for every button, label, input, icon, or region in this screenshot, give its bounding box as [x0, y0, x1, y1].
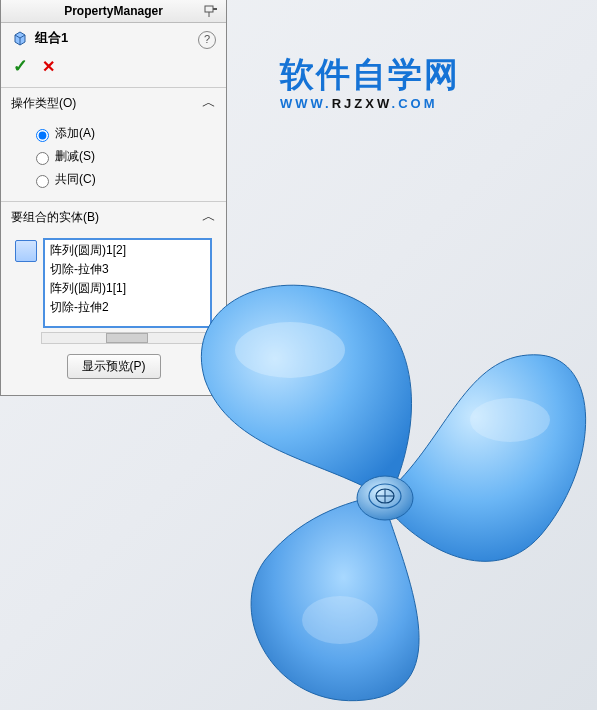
cancel-button[interactable]: ✕	[42, 57, 55, 76]
operation-type-body: 添加(A) 删减(S) 共同(C)	[1, 118, 226, 201]
bodies-header[interactable]: 要组合的实体(B) ︿	[1, 202, 226, 232]
op-subtract-input[interactable]	[36, 152, 49, 165]
svg-point-11	[470, 398, 550, 442]
combine-feature-icon	[11, 29, 29, 47]
op-common-label: 共同(C)	[55, 171, 96, 188]
operation-type-group: 操作类型(O) ︿ 添加(A) 删减(S) 共同(C)	[1, 87, 226, 201]
op-common-radio[interactable]: 共同(C)	[11, 168, 216, 191]
pin-icon[interactable]	[202, 3, 218, 19]
watermark-sub: WWW.RJZXW.COM	[280, 96, 460, 111]
confirm-row: ✓ ✕	[1, 53, 226, 87]
op-subtract-radio[interactable]: 删减(S)	[11, 145, 216, 168]
ok-button[interactable]: ✓	[13, 55, 28, 77]
list-item[interactable]: 阵列(圆周)1[2]	[46, 241, 209, 260]
operation-type-title: 操作类型(O)	[11, 95, 202, 112]
op-add-label: 添加(A)	[55, 125, 95, 142]
op-add-input[interactable]	[36, 129, 49, 142]
panel-title-bar: PropertyManager	[1, 0, 226, 23]
svg-rect-0	[205, 6, 213, 12]
feature-row: 组合1 ?	[1, 23, 226, 53]
op-subtract-label: 删减(S)	[55, 148, 95, 165]
svg-point-12	[302, 596, 378, 644]
panel-title: PropertyManager	[1, 4, 226, 18]
watermark-sub-mid: RJZXW	[332, 96, 392, 111]
viewport: PropertyManager 组合1 ? ✓ ✕ 操作类型(O) ︿	[0, 0, 597, 710]
svg-point-10	[235, 322, 345, 378]
op-add-radio[interactable]: 添加(A)	[11, 122, 216, 145]
feature-name: 组合1	[35, 29, 68, 47]
scrollbar-thumb[interactable]	[106, 333, 148, 343]
watermark-main: 软件自学网	[280, 52, 460, 98]
help-icon[interactable]: ?	[198, 31, 216, 49]
solid-body-icon[interactable]	[15, 240, 37, 262]
show-preview-button[interactable]: 显示预览(P)	[67, 354, 161, 379]
chevron-up-icon: ︿	[202, 208, 216, 226]
operation-type-header[interactable]: 操作类型(O) ︿	[1, 88, 226, 118]
chevron-up-icon: ︿	[202, 94, 216, 112]
propeller-model[interactable]	[170, 260, 597, 705]
bodies-title: 要组合的实体(B)	[11, 209, 202, 226]
op-common-input[interactable]	[36, 175, 49, 188]
watermark-sub-post: .COM	[392, 96, 438, 111]
watermark: 软件自学网 WWW.RJZXW.COM	[280, 52, 460, 111]
watermark-sub-pre: WWW.	[280, 96, 332, 111]
